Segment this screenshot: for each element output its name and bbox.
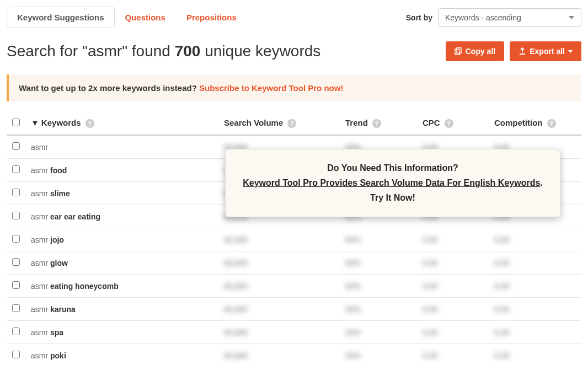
blurred-value: 0.00 — [494, 328, 509, 337]
keyword-cell: asmr jojo — [26, 228, 220, 251]
blurred-value: 00,000 — [224, 305, 248, 314]
tab-keyword-suggestions[interactable]: Keyword Suggestions — [7, 7, 115, 28]
keyword-cell: asmr food — [26, 159, 220, 182]
tabs: Keyword Suggestions Questions Prepositio… — [7, 7, 247, 28]
help-icon[interactable]: ? — [445, 119, 453, 128]
page-title: Search for "asmr" found 700 unique keywo… — [7, 42, 320, 60]
col-competition[interactable]: Competition ? — [490, 111, 581, 135]
table-row: asmr glow00,00000%0.000.00 — [7, 251, 581, 275]
chevron-down-icon — [569, 16, 574, 19]
select-all-checkbox[interactable] — [12, 119, 20, 126]
blurred-value: 0.00 — [494, 259, 509, 267]
table-row: asmr karuna00,00000%0.000.00 — [7, 298, 581, 321]
blurred-value: 00% — [345, 282, 361, 291]
blurred-value: 00% — [345, 305, 361, 314]
table-row: asmr eating honeycomb00,00000%0.000.00 — [7, 275, 581, 298]
blurred-value: 00,000 — [224, 235, 248, 244]
row-checkbox[interactable] — [12, 351, 20, 358]
svg-rect-0 — [455, 49, 459, 55]
tab-questions[interactable]: Questions — [115, 7, 176, 28]
upgrade-banner: Want to get up to 2x more keywords inste… — [7, 74, 581, 101]
table-row: asmr spa00,00000%0.000.00 — [7, 321, 581, 344]
blurred-value: 0.00 — [494, 282, 509, 291]
col-search-volume[interactable]: Search Volume ? — [220, 111, 341, 135]
blurred-value: 0.00 — [423, 328, 437, 337]
blurred-value: 0.00 — [423, 235, 437, 244]
export-all-button[interactable]: Export all — [510, 41, 581, 61]
chevron-down-icon — [568, 50, 573, 53]
keyword-cell: asmr — [26, 135, 220, 159]
overlay-line1: Do You Need This Information? — [239, 160, 547, 175]
copy-all-button[interactable]: Copy all — [446, 41, 504, 61]
row-checkbox[interactable] — [12, 235, 20, 243]
keyword-cell: asmr spa — [26, 321, 220, 344]
row-checkbox[interactable] — [12, 258, 20, 266]
blurred-value: 00,000 — [224, 351, 248, 360]
subscribe-link[interactable]: Subscribe to Keyword Tool Pro now! — [199, 83, 343, 93]
svg-rect-1 — [457, 48, 461, 53]
blurred-value: 00,000 — [224, 282, 248, 291]
col-keywords[interactable]: ▼Keywords ? — [26, 111, 220, 135]
keyword-cell: asmr eating honeycomb — [26, 275, 220, 298]
blurred-value: 0.00 — [494, 235, 509, 244]
help-icon[interactable]: ? — [547, 119, 556, 128]
table-row: asmr poki00,00000%0.000.00 — [7, 344, 581, 365]
export-icon — [518, 47, 526, 55]
row-checkbox[interactable] — [12, 328, 20, 335]
copy-icon — [455, 47, 462, 55]
blurred-value: 0.00 — [494, 351, 509, 360]
row-checkbox[interactable] — [12, 304, 20, 312]
blurred-value: 00% — [345, 259, 361, 267]
keyword-cell: asmr glow — [26, 251, 220, 275]
blurred-value: 0.00 — [423, 305, 437, 314]
keyword-cell: asmr slime — [26, 182, 220, 205]
row-checkbox[interactable] — [12, 142, 20, 150]
row-checkbox[interactable] — [12, 281, 20, 289]
overlay-try-link[interactable]: Try It Now! — [370, 193, 415, 202]
sort-label: Sort by — [406, 13, 432, 22]
col-cpc[interactable]: CPC ? — [418, 111, 490, 135]
help-icon[interactable]: ? — [287, 119, 296, 128]
blurred-value: 0.00 — [423, 351, 437, 360]
blurred-value: 0.00 — [423, 259, 437, 267]
blurred-value: 00% — [345, 351, 361, 360]
col-trend[interactable]: Trend ? — [341, 111, 418, 135]
row-checkbox[interactable] — [12, 165, 20, 173]
blurred-value: 00% — [345, 235, 361, 244]
row-checkbox[interactable] — [12, 212, 20, 219]
keyword-cell: asmr ear ear eating — [26, 205, 220, 228]
blurred-value: 0.00 — [494, 305, 509, 314]
keyword-cell: asmr poki — [26, 344, 220, 365]
blurred-value: 0.00 — [423, 282, 437, 291]
tab-prepositions[interactable]: Prepositions — [176, 7, 247, 28]
blurred-value: 00,000 — [224, 328, 248, 337]
keyword-cell: asmr karuna — [26, 298, 220, 321]
help-icon[interactable]: ? — [372, 119, 381, 128]
blurred-value: 00,000 — [224, 259, 248, 267]
help-icon[interactable]: ? — [85, 119, 94, 128]
upgrade-overlay[interactable]: Do You Need This Information? Keyword To… — [225, 149, 560, 217]
sort-selected: Keywords - ascending — [445, 13, 521, 22]
overlay-pro-link[interactable]: Keyword Tool Pro Provides Search Volume … — [243, 178, 540, 187]
sort-desc-icon: ▼ — [31, 118, 39, 127]
sort-control: Sort by Keywords - ascending — [406, 8, 581, 27]
row-checkbox[interactable] — [12, 189, 20, 196]
table-row: asmr jojo00,00000%0.000.00 — [7, 228, 581, 251]
sort-dropdown[interactable]: Keywords - ascending — [438, 8, 581, 27]
blurred-value: 00% — [345, 328, 361, 337]
